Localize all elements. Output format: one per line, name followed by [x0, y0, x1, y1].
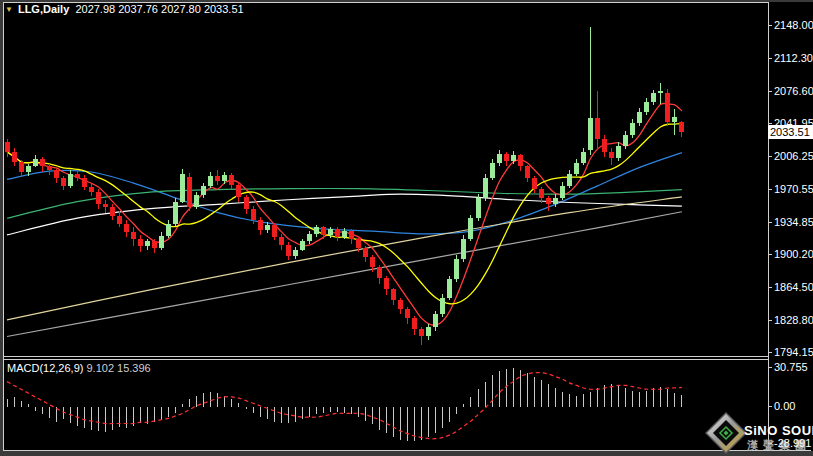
candle	[672, 109, 677, 135]
candle	[644, 98, 649, 115]
open-value: 2027.98	[75, 3, 115, 15]
candle	[525, 165, 530, 183]
pane-border-bottom	[3, 450, 811, 451]
candle	[595, 91, 600, 148]
candle	[433, 311, 438, 331]
candle	[405, 307, 410, 324]
price-axis-label: 1970.55	[774, 184, 813, 195]
candle	[476, 194, 481, 221]
candle	[166, 220, 171, 238]
candle	[75, 170, 80, 181]
logo-diamond-icon	[703, 410, 749, 456]
candle	[511, 151, 516, 164]
candle	[12, 148, 17, 166]
sino-sound-logo: SiNO SOUND 漢聲集團	[703, 410, 813, 456]
candle	[201, 183, 206, 198]
macd-header: MACD(12,26,9) 9.102 15.396	[7, 362, 151, 374]
candle	[138, 235, 143, 253]
candle	[419, 327, 424, 345]
candle	[279, 234, 284, 250]
macd-main-value: 9.102	[86, 362, 114, 374]
candle	[447, 276, 452, 301]
macd-axis-label: 30.755	[774, 362, 808, 373]
candle	[658, 83, 663, 103]
candle	[560, 182, 565, 200]
price-chart-pane[interactable]	[3, 2, 768, 356]
candle	[581, 148, 586, 165]
candle	[539, 187, 544, 203]
high-value: 2037.76	[118, 3, 158, 15]
macd-signal-line	[7, 373, 682, 439]
candle	[33, 155, 38, 167]
candle	[293, 247, 298, 259]
candle	[47, 164, 52, 175]
candle	[208, 172, 213, 188]
ma-tan	[7, 197, 682, 320]
candle	[103, 200, 108, 213]
window-bottom-edge	[0, 451, 813, 456]
candle	[490, 159, 495, 180]
candle	[363, 246, 368, 262]
candle	[68, 170, 73, 188]
candle	[258, 217, 263, 235]
candle	[180, 169, 185, 203]
symbol-label: LLG,Daily	[18, 3, 69, 15]
ma-blue	[7, 153, 682, 234]
candle	[215, 170, 220, 185]
candle	[40, 157, 45, 172]
candle	[567, 170, 572, 188]
price-axis-label: 2112.30	[774, 53, 813, 64]
candle	[194, 192, 199, 209]
candle	[497, 150, 502, 167]
macd-signal-value: 15.396	[117, 362, 151, 374]
price-axis-label: 2076.60	[774, 86, 813, 97]
candle	[307, 231, 312, 244]
candle	[637, 108, 642, 126]
candle	[244, 195, 249, 213]
candle	[398, 298, 403, 315]
candle	[131, 227, 136, 245]
candle	[468, 215, 473, 242]
candle	[117, 211, 122, 228]
pane-separator-top	[3, 356, 768, 357]
candle	[546, 196, 551, 211]
chevron-down-icon[interactable]: ▼	[5, 5, 13, 14]
candle	[518, 154, 523, 172]
candle	[440, 294, 445, 317]
candle	[602, 135, 607, 157]
price-axis-label: 1794.15	[774, 347, 813, 358]
price-axis-label: 1934.85	[774, 217, 813, 228]
price-axis-label: 1828.80	[774, 315, 813, 326]
candle	[616, 142, 621, 160]
price-axis-label: 1900.20	[774, 249, 813, 260]
price-axis-label: 1864.50	[774, 282, 813, 293]
candle	[19, 160, 24, 177]
logo-chinese-text: 漢聲集團	[747, 438, 811, 453]
candle	[286, 242, 291, 260]
current-price-badge: 2033.51	[768, 125, 813, 139]
candle	[159, 232, 164, 250]
low-value: 2027.80	[161, 3, 201, 15]
candle	[300, 239, 305, 252]
symbol-header: ▼LLG,Daily 2027.98 2037.76 2027.80 2033.…	[5, 3, 244, 15]
candle	[532, 176, 537, 194]
candle	[377, 265, 382, 283]
candle	[426, 324, 431, 341]
candle	[679, 121, 684, 137]
candle	[54, 168, 59, 183]
candle	[152, 239, 157, 253]
logo-brand-text: SiNO SOUND	[744, 423, 813, 438]
candle	[412, 316, 417, 334]
candle	[391, 288, 396, 306]
candle	[349, 229, 354, 244]
price-axis-label: 2041.95	[774, 118, 813, 129]
candle	[124, 220, 129, 237]
price-axis-label: 2148.00	[774, 20, 813, 31]
candle	[89, 184, 94, 196]
candle	[145, 239, 150, 250]
candle	[236, 182, 241, 201]
candle	[173, 198, 178, 226]
candle	[335, 227, 340, 241]
macd-label: MACD(12,26,9)	[7, 362, 83, 374]
candle	[574, 159, 579, 176]
